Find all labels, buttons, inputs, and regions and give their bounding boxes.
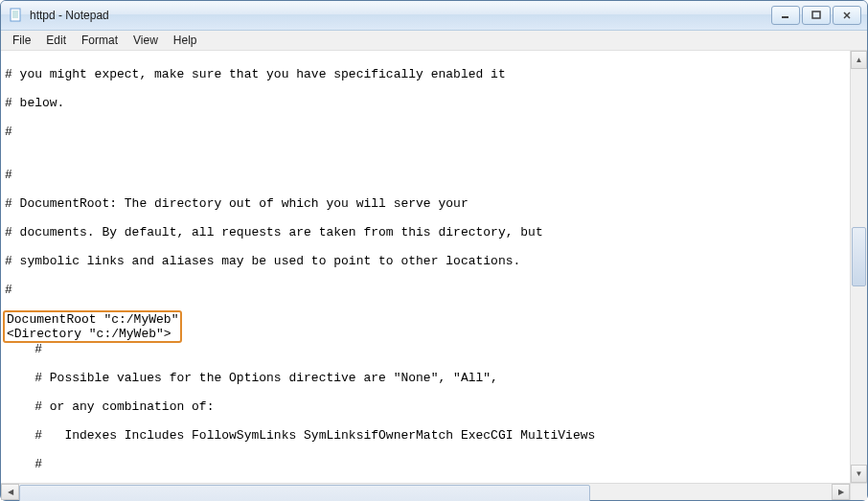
editor-line-highlighted: DocumentRoot "c:/MyWeb" [7,312,178,327]
chevron-right-icon: ▶ [838,488,844,496]
editor-line: # you might expect, make sure that you h… [5,67,846,81]
text-editor[interactable]: # you might expect, make sure that you h… [1,51,850,483]
chevron-up-icon: ▲ [856,56,863,64]
chevron-down-icon: ▼ [856,469,863,478]
scrollbar-corner [850,484,867,500]
editor-line: # symbolic links and aliases may be used… [5,254,846,268]
titlebar: httpd - Notepad [1,1,867,31]
scroll-thumb-horizontal[interactable] [19,485,590,501]
horizontal-scrollbar[interactable]: ◀ ▶ [1,483,867,500]
window-controls [771,6,861,25]
menu-view[interactable]: View [126,33,166,48]
scroll-right-button[interactable]: ▶ [832,484,850,500]
editor-line: # Possible values for the Options direct… [5,371,846,385]
menubar: File Edit Format View Help [1,31,867,51]
scroll-track-horizontal[interactable] [19,484,832,500]
editor-line: # DocumentRoot: The directory out of whi… [5,196,846,211]
minimize-icon [781,11,790,20]
scroll-thumb-vertical[interactable] [852,227,866,286]
vertical-scrollbar[interactable]: ▲ ▼ [850,51,867,483]
scroll-down-button[interactable]: ▼ [851,465,867,483]
menu-edit[interactable]: Edit [38,33,74,48]
menu-help[interactable]: Help [166,33,205,48]
window-title: httpd - Notepad [30,9,771,22]
highlight-annotation: DocumentRoot "c:/MyWeb" <Directory "c:/M… [3,310,182,343]
editor-line: # or any combination of: [5,399,846,414]
close-button[interactable] [833,6,861,25]
editor-line: # documents. By default, all requests ar… [5,225,846,239]
close-icon [842,11,852,20]
content-area: # you might expect, make sure that you h… [1,51,867,483]
notepad-icon [9,8,24,23]
editor-line: # Indexes Includes FollowSymLinks SymLin… [5,428,846,443]
scroll-track-vertical[interactable] [851,69,867,465]
maximize-icon [811,11,821,20]
notepad-window: httpd - Notepad File Edit Format View He… [0,0,868,501]
menu-format[interactable]: Format [74,33,126,48]
scroll-left-button[interactable]: ◀ [1,484,19,500]
editor-line: # below. [5,96,846,110]
editor-line: # [5,283,846,297]
menu-file[interactable]: File [5,33,38,48]
editor-line: # [5,168,846,182]
editor-line: # [5,125,846,139]
minimize-button[interactable] [771,6,800,25]
svg-rect-6 [812,11,820,18]
maximize-button[interactable] [802,6,831,25]
editor-line: # [5,457,846,471]
scroll-up-button[interactable]: ▲ [851,51,867,69]
editor-line: # [5,342,846,356]
editor-line-highlighted: <Directory "c:/MyWeb"> [7,327,171,341]
chevron-left-icon: ◀ [8,488,13,496]
